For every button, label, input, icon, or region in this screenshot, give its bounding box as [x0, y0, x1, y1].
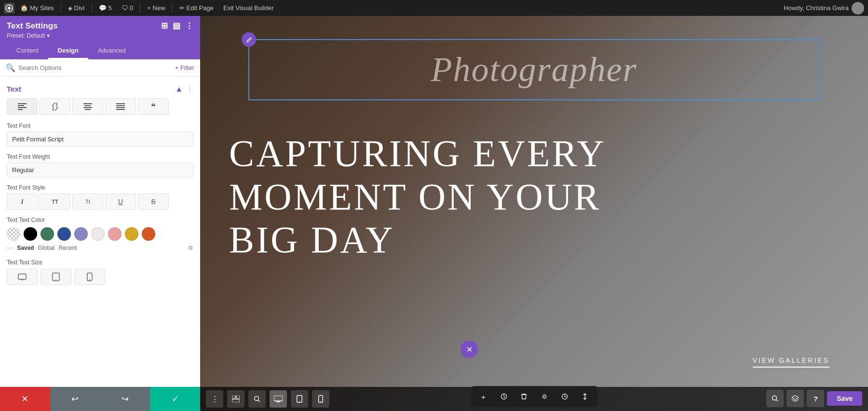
exit-visual-builder-button[interactable]: Exit Visual Builder [219, 0, 278, 16]
separator [140, 3, 140, 13]
align-center-button[interactable] [72, 98, 103, 115]
tab-design[interactable]: Design [48, 43, 88, 59]
color-tab-recent[interactable]: Recent [58, 245, 77, 251]
search-right-button[interactable] [766, 390, 784, 407]
edit-module-button[interactable] [242, 32, 256, 47]
options-button[interactable]: ⋮ [206, 390, 223, 408]
save-button[interactable]: Save [827, 391, 862, 406]
uppercase-button[interactable]: TT [40, 193, 70, 210]
sort-button[interactable] [576, 388, 594, 405]
color-swatch-pink[interactable] [108, 227, 122, 241]
font-style-label: Text Font Style [7, 184, 193, 191]
svg-rect-21 [232, 399, 240, 402]
color-swatch-green[interactable] [41, 227, 54, 241]
section-title-text: Text [7, 85, 21, 93]
align-left-button[interactable] [7, 98, 38, 115]
color-tab-saved[interactable]: Saved [17, 245, 34, 251]
size-mobile[interactable] [74, 269, 105, 285]
svg-rect-14 [18, 274, 26, 279]
wordpress-icon[interactable] [4, 3, 14, 14]
italic-button[interactable]: I [7, 193, 38, 210]
svg-point-16 [55, 279, 56, 280]
underline-button[interactable]: U [105, 193, 136, 210]
color-swatch-gold[interactable] [125, 227, 138, 241]
svg-point-18 [89, 279, 90, 280]
panel-body: Text ▲ ⋮ ❝ [0, 77, 200, 387]
font-weight-select[interactable]: Regular [7, 163, 193, 178]
blockquote-button[interactable]: ❝ [138, 98, 169, 115]
more-icon[interactable]: ⋮ [185, 21, 193, 31]
plus-icon: + [147, 4, 151, 12]
view-galleries-button[interactable]: VIEW GALLERIES [753, 356, 829, 368]
svg-point-1 [8, 7, 11, 10]
layers-button[interactable] [787, 390, 804, 407]
color-swatch-orange[interactable] [142, 227, 155, 241]
align-justify-button[interactable] [105, 98, 136, 115]
color-tab-global[interactable]: Global [38, 245, 55, 251]
toolbar-left: ⋮ [206, 390, 329, 408]
layout-icon[interactable]: ▤ [173, 21, 180, 31]
link-button[interactable] [40, 98, 70, 115]
tab-advanced[interactable]: Advanced [88, 43, 136, 59]
color-swatch-lavender[interactable] [74, 227, 88, 241]
collapse-icon[interactable]: ▲ [175, 85, 183, 94]
mobile-view-button[interactable] [312, 390, 329, 408]
user-area: Howdy, Christina Gwira [784, 2, 864, 14]
color-swatch-light[interactable] [91, 227, 105, 241]
delete-module-button[interactable] [515, 388, 533, 405]
strikethrough-button[interactable]: S [138, 193, 169, 210]
section-more-icon[interactable]: ⋮ [186, 84, 193, 94]
toolbar-right-icons: ? Save [766, 390, 862, 407]
comments-count[interactable]: 💬 5 [95, 0, 116, 16]
size-desktop[interactable] [7, 269, 38, 285]
avatar [852, 2, 864, 14]
help-button[interactable]: ? [807, 390, 824, 407]
search-canvas-button[interactable] [248, 390, 266, 408]
toggle-module-button[interactable] [495, 388, 513, 405]
wireframe-button[interactable] [227, 390, 244, 408]
svg-rect-5 [18, 109, 23, 110]
separator [61, 3, 61, 13]
font-weight-label: Text Font Weight [7, 153, 193, 160]
text-section-header: Text ▲ ⋮ [7, 84, 193, 94]
color-swatch-transparent[interactable] [7, 227, 20, 241]
size-tablet[interactable] [41, 269, 71, 285]
svg-rect-3 [18, 105, 24, 106]
preset-dropdown[interactable]: Preset: Default ▾ [7, 32, 193, 39]
history-button[interactable] [556, 388, 573, 405]
divi-icon: ◈ [68, 5, 72, 12]
redo-button[interactable]: ↪ [100, 387, 150, 411]
color-swatch-black[interactable] [24, 227, 37, 241]
my-sites-menu[interactable]: 🏠 My Sites [16, 0, 58, 16]
confirm-button[interactable]: ✓ [150, 387, 200, 411]
color-settings-icon[interactable]: ⚙ [188, 245, 193, 251]
color-swatch-blue[interactable] [57, 227, 71, 241]
cancel-button[interactable]: ✕ [0, 387, 50, 411]
svg-rect-4 [18, 107, 27, 108]
selected-text-module[interactable]: Photographer [248, 39, 820, 100]
bottom-toolbar: ⋮ + [200, 387, 868, 411]
expand-icon[interactable]: ⊞ [161, 21, 168, 31]
add-module-button[interactable]: + [475, 388, 492, 405]
separator [172, 3, 173, 13]
tablet-view-button[interactable] [291, 390, 308, 408]
svg-rect-6 [83, 103, 92, 104]
close-section-button[interactable]: ✕ [461, 341, 478, 358]
font-select[interactable]: Petit Formal Script [7, 132, 193, 147]
chat-icon: 🗨 [122, 4, 128, 12]
desktop-view-button[interactable] [270, 390, 287, 408]
undo-button[interactable]: ↩ [50, 387, 100, 411]
size-inputs [7, 269, 193, 285]
more-swatches-button[interactable]: ··· [7, 244, 13, 252]
svg-rect-13 [116, 109, 125, 110]
chat-count[interactable]: 🗨 0 [118, 0, 137, 16]
edit-page-button[interactable]: ✏ Edit Page [176, 0, 217, 16]
settings-module-button[interactable] [536, 388, 553, 405]
filter-button[interactable]: + Filter [175, 64, 194, 71]
new-button[interactable]: + New [143, 0, 169, 16]
search-input[interactable] [18, 64, 172, 71]
divi-menu[interactable]: ◈ Divi [64, 0, 89, 16]
panel-header: Text Settings ⊞ ▤ ⋮ Preset: Default ▾ [0, 16, 200, 43]
capitalize-button[interactable]: Tt [72, 193, 103, 210]
tab-content[interactable]: Content [7, 43, 48, 59]
